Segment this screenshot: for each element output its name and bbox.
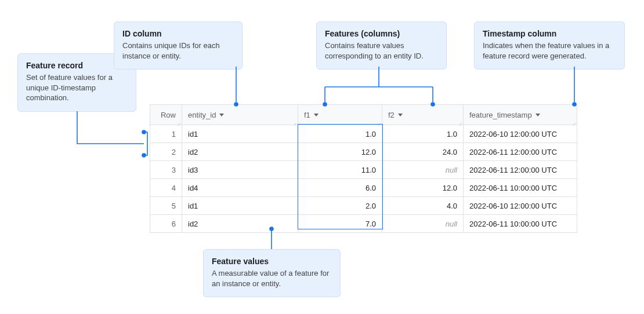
callout-feature-values: Feature values A measurable value of a f… <box>203 249 341 297</box>
col-header-f1[interactable]: f1 <box>298 105 382 125</box>
cell-f2-value: null <box>446 220 457 228</box>
cell-f1-value: 6.0 <box>366 184 376 192</box>
callout-body: A measurable value of a feature for an i… <box>212 268 332 289</box>
resize-grip-icon[interactable] <box>176 119 180 123</box>
cell-ts-value: 2022-06-10 12:00:00 UTC <box>469 202 557 210</box>
cell-entity-id: id1 <box>182 197 298 214</box>
cell-entity-id-value: id4 <box>188 184 198 192</box>
cell-entity-id-value: id1 <box>188 130 198 138</box>
cell-f1: 2.0 <box>298 197 382 214</box>
cell-n: 6 <box>150 215 182 232</box>
cell-f1-value: 1.0 <box>366 130 376 138</box>
table-row: 1id11.01.02022-06-10 12:00:00 UTC <box>150 125 577 143</box>
cell-f2: 12.0 <box>382 179 464 196</box>
cell-f2-value: null <box>446 166 457 174</box>
table-row: 2id212.024.02022-06-11 12:00:00 UTC <box>150 143 577 161</box>
cell-n-value: 5 <box>172 202 176 210</box>
callout-body: Indicates when the feature values in a f… <box>483 41 616 61</box>
cell-ts-value: 2022-06-11 10:00:00 UTC <box>469 184 557 192</box>
table-row: 5id12.04.02022-06-10 12:00:00 UTC <box>150 197 577 215</box>
cell-entity-id-value: id1 <box>188 202 198 210</box>
col-header-row[interactable]: Row <box>150 105 182 125</box>
cell-f2-value: 24.0 <box>443 148 457 156</box>
cell-entity-id-value: id2 <box>188 148 198 156</box>
cell-ts: 2022-06-10 12:00:00 UTC <box>464 125 577 143</box>
cell-f2: null <box>382 161 464 178</box>
cell-f1-value: 11.0 <box>361 166 376 174</box>
cell-entity-id: id1 <box>182 125 298 143</box>
cell-ts: 2022-06-11 10:00:00 UTC <box>464 215 577 232</box>
table-header-row: Row entity_id f1 f2 feature_timestamp <box>150 105 577 125</box>
cell-f2: null <box>382 215 464 232</box>
col-header-label: entity_id <box>188 111 216 119</box>
cell-entity-id: id2 <box>182 143 298 160</box>
cell-entity-id: id4 <box>182 179 298 196</box>
col-header-label: Row <box>161 111 176 119</box>
resize-grip-icon[interactable] <box>571 119 576 123</box>
cell-n: 3 <box>150 161 182 178</box>
cell-n: 4 <box>150 179 182 196</box>
cell-ts-value: 2022-06-11 10:00:00 UTC <box>469 220 557 228</box>
feature-table: Row entity_id f1 f2 feature_timestamp <box>150 104 577 233</box>
resize-grip-icon[interactable] <box>457 119 462 123</box>
cell-n: 2 <box>150 143 182 160</box>
callout-title: Feature values <box>212 257 332 266</box>
cell-f1-value: 12.0 <box>361 148 376 156</box>
cell-ts: 2022-06-10 12:00:00 UTC <box>464 197 577 214</box>
callout-id-column: ID column Contains unique IDs for each i… <box>114 21 243 70</box>
cell-entity-id: id2 <box>182 215 298 232</box>
resize-grip-icon[interactable] <box>292 119 296 123</box>
col-header-f2[interactable]: f2 <box>382 105 464 125</box>
cell-n-value: 1 <box>172 130 176 138</box>
col-header-label: f1 <box>304 111 310 119</box>
cell-ts-value: 2022-06-11 12:00:00 UTC <box>469 166 557 174</box>
cell-f1-value: 7.0 <box>366 220 376 228</box>
callout-title: Feature record <box>26 61 128 70</box>
cell-n-value: 6 <box>172 220 176 228</box>
callout-timestamp-column: Timestamp column Indicates when the feat… <box>474 21 625 70</box>
callout-body: Set of feature values for a unique ID-ti… <box>26 72 128 103</box>
sort-caret-icon[interactable] <box>314 114 319 116</box>
cell-f2: 4.0 <box>382 197 464 214</box>
svg-point-0 <box>142 130 146 134</box>
cell-ts-value: 2022-06-11 12:00:00 UTC <box>469 148 557 156</box>
cell-ts-value: 2022-06-10 12:00:00 UTC <box>469 130 557 138</box>
cell-n-value: 3 <box>172 166 176 174</box>
cell-n: 1 <box>150 125 182 143</box>
callout-features-columns: Features (columns) Contains feature valu… <box>316 21 447 70</box>
cell-f2-value: 4.0 <box>447 202 457 210</box>
cell-f1: 6.0 <box>298 179 382 196</box>
cell-f1: 11.0 <box>298 161 382 178</box>
col-header-timestamp[interactable]: feature_timestamp <box>464 105 577 125</box>
cell-entity-id-value: id2 <box>188 220 198 228</box>
svg-point-1 <box>142 154 146 157</box>
cell-entity-id: id3 <box>182 161 298 178</box>
cell-f1: 1.0 <box>298 125 382 143</box>
sort-caret-icon[interactable] <box>398 114 403 116</box>
cell-f2: 24.0 <box>382 143 464 160</box>
cell-entity-id-value: id3 <box>188 166 198 174</box>
cell-ts: 2022-06-11 12:00:00 UTC <box>464 143 577 160</box>
table-row: 4id46.012.02022-06-11 10:00:00 UTC <box>150 179 577 197</box>
cell-ts: 2022-06-11 12:00:00 UTC <box>464 161 577 178</box>
col-header-entity-id[interactable]: entity_id <box>182 105 298 125</box>
cell-f1: 7.0 <box>298 215 382 232</box>
resize-grip-icon[interactable] <box>376 119 381 123</box>
callout-title: ID column <box>122 29 234 38</box>
sort-caret-icon[interactable] <box>536 114 540 116</box>
cell-f2-value: 1.0 <box>447 130 457 138</box>
callout-body: Contains feature values corresponding to… <box>325 41 438 61</box>
cell-f1: 12.0 <box>298 143 382 160</box>
table-row: 6id27.0null2022-06-11 10:00:00 UTC <box>150 215 577 232</box>
sort-caret-icon[interactable] <box>219 114 224 116</box>
col-header-label: f2 <box>388 111 395 119</box>
cell-f1-value: 2.0 <box>366 202 376 210</box>
col-header-label: feature_timestamp <box>469 111 532 119</box>
cell-n-value: 2 <box>172 148 176 156</box>
table-row: 3id311.0null2022-06-11 12:00:00 UTC <box>150 161 577 179</box>
callout-body: Contains unique IDs for each instance or… <box>122 41 234 61</box>
callout-title: Timestamp column <box>483 29 616 38</box>
cell-n: 5 <box>150 197 182 214</box>
cell-ts: 2022-06-11 10:00:00 UTC <box>464 179 577 196</box>
cell-f2-value: 12.0 <box>443 184 457 192</box>
